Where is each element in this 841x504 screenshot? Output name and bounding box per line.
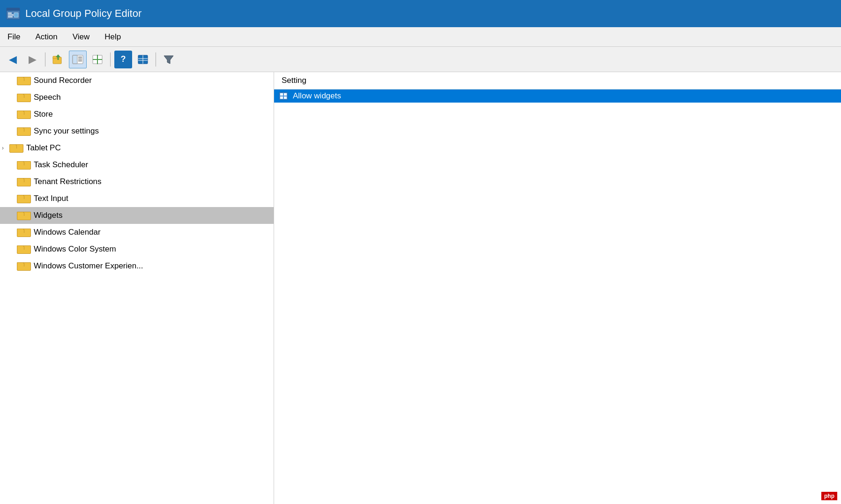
policy-icon [278,91,289,101]
toolbar-sep-2 [110,52,111,67]
properties-button[interactable] [134,51,152,68]
svg-rect-2 [8,13,12,14]
tree-item-label: Speech [34,93,61,102]
back-button[interactable]: ◀ [4,51,22,68]
tree-item-label: Text Input [34,194,68,203]
help-button[interactable]: ? [114,51,132,68]
right-panel: Setting Allow widgets [274,72,841,504]
app-title: Local Group Policy Editor [25,7,141,20]
left-panel: Sound RecorderSpeechStoreSync your setti… [0,72,274,504]
tree-item[interactable]: Sync your settings [0,123,274,140]
tree-item[interactable]: Windows Customer Experien... [0,258,274,274]
svg-marker-8 [56,54,60,57]
svg-rect-24 [280,93,283,96]
toolbar-sep-1 [45,52,45,67]
expand-button[interactable] [89,51,106,68]
tree-item[interactable]: Task Scheduler [0,156,274,173]
tree-item-label: Tenant Restrictions [34,177,102,186]
folder-icon [17,260,30,272]
app-icon [6,6,21,21]
tree-item-label: Store [34,110,53,119]
show-hide-pane-button[interactable] [69,51,87,68]
tree-item[interactable]: Windows Calendar [0,224,274,241]
menu-bar: File Action View Help [0,27,841,47]
folder-icon [17,227,30,238]
folder-icon [17,193,30,204]
svg-rect-11 [73,55,77,64]
settings-column-header: Setting [274,72,841,89]
toolbar: ◀ ▶ ? [0,47,841,72]
svg-rect-25 [284,93,287,96]
tree-item[interactable]: Store [0,106,274,123]
folder-icon [17,75,30,86]
tree-item[interactable]: Speech [0,89,274,106]
folder-icon [17,159,30,170]
folder-icon [17,109,30,120]
menu-help[interactable]: Help [97,30,128,44]
folder-icon [17,176,30,187]
setting-label: Allow widgets [293,91,341,101]
folder-icon [17,244,30,255]
tree-item-label: Windows Customer Experien... [34,261,143,271]
main-content: Sound RecorderSpeechStoreSync your setti… [0,72,841,504]
settings-list: Allow widgets [274,89,841,103]
tree-item[interactable]: Text Input [0,190,274,207]
forward-button[interactable]: ▶ [23,51,41,68]
svg-rect-27 [284,96,287,99]
tree-item[interactable]: Widgets [0,207,274,224]
filter-button[interactable] [160,51,178,68]
setting-row[interactable]: Allow widgets [274,89,841,103]
menu-file[interactable]: File [0,30,28,44]
folder-icon [17,126,30,137]
folder-icon [17,210,30,221]
tree-item[interactable]: Windows Color System [0,241,274,258]
folder-icon [17,92,30,103]
toolbar-sep-3 [156,52,156,67]
folder-icon [9,142,22,154]
tree-item-label: Task Scheduler [34,160,88,170]
tree-item-label: Widgets [34,211,62,220]
menu-view[interactable]: View [65,30,97,44]
tree-item-label: Sound Recorder [34,76,92,85]
svg-marker-22 [164,56,173,64]
svg-rect-3 [8,15,14,15]
up-folder-button[interactable] [49,51,67,68]
tree-item[interactable]: ›Tablet PC [0,140,274,156]
tree-item-label: Sync your settings [34,126,99,136]
svg-rect-26 [280,96,283,99]
svg-rect-1 [7,8,20,11]
menu-action[interactable]: Action [28,30,65,44]
tree-list[interactable]: Sound RecorderSpeechStoreSync your setti… [0,72,274,504]
title-bar: Local Group Policy Editor [0,0,841,27]
svg-rect-5 [14,13,18,17]
tree-item[interactable]: Tenant Restrictions [0,173,274,190]
tree-item-label: Tablet PC [26,143,61,153]
svg-rect-4 [8,16,13,17]
tree-item[interactable]: Sound Recorder [0,72,274,89]
svg-rect-9 [58,57,59,60]
tree-item-label: Windows Calendar [34,228,101,237]
tree-item-label: Windows Color System [34,245,116,254]
watermark: php [821,492,837,500]
expand-arrow-icon: › [2,145,9,151]
